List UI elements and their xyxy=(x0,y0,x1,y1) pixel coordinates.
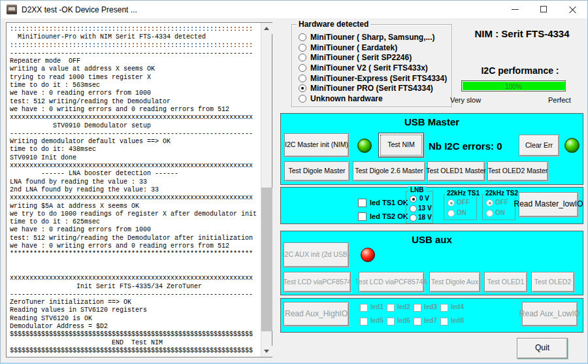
lnb-0v-radio[interactable] xyxy=(410,195,417,203)
led6-checkbox[interactable] xyxy=(387,318,395,325)
close-button[interactable] xyxy=(559,1,587,18)
radio-icon xyxy=(299,44,306,52)
led-ts1-ok-checkbox[interactable] xyxy=(358,199,367,207)
ts2-on-radio[interactable] xyxy=(486,210,493,217)
radio-minitiouner-express[interactable]: MiniTiouner-Express (Serit FTS4334) xyxy=(299,74,447,82)
test-digole-aux-button[interactable]: Test Digole Aux xyxy=(429,272,480,292)
nb-i2c-errors: Nb I2C errors: 0 xyxy=(429,141,502,152)
lnb-0v-label: 0 V xyxy=(419,195,429,202)
led-ts1-ok-label: led TS1 OK xyxy=(370,199,408,207)
led7-checkbox[interactable] xyxy=(414,318,421,325)
test-lcd-pcf8574-button[interactable]: Test LCD viaPCF8574 xyxy=(284,272,351,292)
log-scrollbar[interactable] xyxy=(261,23,272,357)
led3-label: led3 xyxy=(424,303,437,310)
radio-icon xyxy=(299,64,306,72)
test-oled1-master-button[interactable]: Test OLED1 Master xyxy=(427,161,485,181)
radio-minitiouner-serit-sp2246[interactable]: MiniTiouner ( Serit SP2246) xyxy=(299,54,447,61)
tone-ts2-legend: 22kHz TS2 xyxy=(483,190,520,197)
led2-label: led2 xyxy=(397,303,410,310)
radio-icon xyxy=(299,54,306,61)
ts2-off-label: OFF xyxy=(495,199,508,206)
test-digole-26-master-button[interactable]: Test Digole 2.6 Master xyxy=(353,161,425,181)
lnb-13v-radio[interactable] xyxy=(410,205,417,212)
app-icon xyxy=(7,5,17,14)
led7-label: led7 xyxy=(424,317,437,324)
scale-very-slow: Very slow xyxy=(450,96,481,104)
clear-err-button[interactable]: Clear Err xyxy=(519,135,559,156)
clear-status-led xyxy=(564,138,580,153)
scroll-up-button[interactable] xyxy=(261,23,272,34)
radio-icon xyxy=(299,33,306,41)
led6-label: led6 xyxy=(397,317,410,324)
radio-icon xyxy=(299,74,306,82)
led4-checkbox[interactable] xyxy=(440,304,448,312)
app-window: D2XX test -OK Device Present ... :::::::… xyxy=(0,0,588,364)
led3-checkbox[interactable] xyxy=(414,304,421,312)
scale-perfect: Perfect xyxy=(548,96,571,104)
led8-checkbox[interactable] xyxy=(440,318,448,325)
radio-unknown-hardware[interactable]: Unknown hardware xyxy=(299,95,447,103)
log-output[interactable]: ::::::::::::::::::::::::::::::::::::::::… xyxy=(10,25,259,356)
test-digole-master-button[interactable]: Test Digole Master xyxy=(284,161,350,181)
close-icon xyxy=(569,6,576,13)
led1-label: led1 xyxy=(370,303,384,310)
maximize-button[interactable] xyxy=(530,1,559,18)
lnb-legend: LNB xyxy=(408,186,426,193)
window-title: D2XX test -OK Device Present ... xyxy=(22,5,137,14)
read-aux-lowio-button[interactable]: Read Aux_LowIO xyxy=(522,302,578,326)
log-panel: ::::::::::::::::::::::::::::::::::::::::… xyxy=(6,22,272,357)
error-count: 0 xyxy=(497,141,502,152)
minimize-button[interactable] xyxy=(501,1,530,18)
i2c-master-init-button[interactable]: I2C Master init (NIM) xyxy=(284,133,349,157)
i2c-performance-bar: 100% xyxy=(461,80,566,91)
test-lcd-pcf8574a-button[interactable]: Test LCD viaPCF8574A xyxy=(359,272,424,292)
nim-label: NIM : Serit FTS-4334 xyxy=(458,28,586,39)
led2-checkbox[interactable] xyxy=(387,304,395,312)
led8-label: led8 xyxy=(451,317,464,324)
quit-button[interactable]: Quit xyxy=(517,338,568,359)
radio-minitiouner-pro[interactable]: MiniTiouner PRO (Serit FTS4334) xyxy=(299,84,447,92)
lnb-18v-radio[interactable] xyxy=(410,214,417,222)
led4-label: led4 xyxy=(451,303,464,310)
ts1-off-label: OFF xyxy=(457,199,470,206)
hardware-detected-legend: Hardware detected xyxy=(297,20,370,29)
aux-status-led xyxy=(361,248,375,262)
lnb-18v-label: 18 V xyxy=(418,214,432,221)
scroll-up-icon xyxy=(264,27,269,30)
radio-minitiouner-eardatek[interactable]: MiniTiouner ( Eardatek) xyxy=(299,44,447,52)
ts1-on-label: ON xyxy=(457,209,466,216)
test-oled1-button[interactable]: Test OLED1 xyxy=(484,272,527,292)
radio-minitiouner-sharp[interactable]: MiniTiouner ( Sharp, Samsung,...) xyxy=(299,33,447,41)
hardware-options: MiniTiouner ( Sharp, Samsung,...) MiniTi… xyxy=(299,33,447,103)
led-ts2-ok-checkbox[interactable] xyxy=(358,212,367,221)
ts1-on-radio[interactable] xyxy=(448,210,455,217)
scroll-down-icon xyxy=(264,350,269,353)
test-nim-button[interactable]: Test NIM xyxy=(378,133,424,157)
tone-ts1-legend: 22kHz TS1 xyxy=(445,190,482,197)
radio-selected-icon xyxy=(299,84,306,92)
ts2-on-label: ON xyxy=(495,209,505,216)
usb-master-title: USB Master xyxy=(281,116,583,127)
maximize-icon xyxy=(540,6,547,12)
master-status-led xyxy=(357,139,372,153)
led5-checkbox[interactable] xyxy=(360,318,368,325)
i2c-aux-init-button[interactable]: I2C AUX init (2d USB) xyxy=(284,242,349,267)
test-oled2-master-button[interactable]: Test OLED2 Master xyxy=(487,161,548,181)
read-master-lowio-button[interactable]: Read Master_lowIO xyxy=(519,192,578,217)
title-bar: D2XX test -OK Device Present ... xyxy=(1,1,587,18)
ts2-off-radio[interactable] xyxy=(486,199,493,207)
led1-checkbox[interactable] xyxy=(360,304,368,312)
led-ts2-ok-label: led TS2 OK xyxy=(370,212,408,220)
radio-icon xyxy=(299,95,306,103)
i2c-performance-value: 100% xyxy=(462,83,565,90)
ts1-off-radio[interactable] xyxy=(448,199,455,207)
read-aux-highio-button[interactable]: Read Aux_HighIO xyxy=(284,302,349,326)
lnb-13v-label: 13 V xyxy=(418,205,432,212)
i2c-performance-title: I2C performance : xyxy=(458,65,582,76)
led5-label: led5 xyxy=(370,317,384,324)
scroll-down-button[interactable] xyxy=(261,346,272,357)
test-oled2-button[interactable]: Test OLED2 xyxy=(531,272,574,292)
scrollbar-thumb[interactable] xyxy=(261,188,272,331)
hardware-detected-group: Hardware detected MiniTiouner ( Sharp, S… xyxy=(291,24,452,107)
radio-minitiouner-v2[interactable]: MiniTiouner V2 ( Serit FTS433x) xyxy=(299,64,447,72)
